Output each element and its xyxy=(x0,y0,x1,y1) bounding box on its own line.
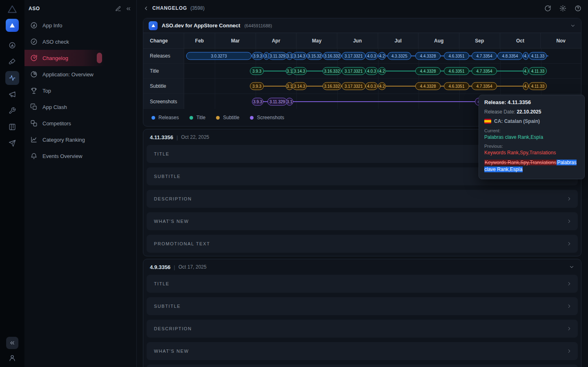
sidebar-item-changelog[interactable]: Changelog xyxy=(24,50,136,66)
version-pill[interactable]: 4. xyxy=(523,82,528,90)
sidebar-item-label: Changelog xyxy=(42,55,68,61)
version-pill[interactable]: 4. xyxy=(523,52,528,60)
help-icon[interactable] xyxy=(575,5,581,12)
version-pill[interactable]: 4.3.3325 xyxy=(388,52,411,60)
version-pill[interactable]: 4.7.3354 xyxy=(472,82,497,90)
version-pill[interactable]: 4.11.33 xyxy=(529,52,547,60)
version-pill[interactable]: 3.16.332 xyxy=(323,67,341,75)
chevron-right-icon[interactable] xyxy=(566,303,572,309)
brush-icon[interactable] xyxy=(5,55,19,69)
legend-label: Title xyxy=(196,115,205,120)
version-pill[interactable]: 4.4.3328 xyxy=(415,52,441,60)
version-pill[interactable]: 3.16.332 xyxy=(323,82,341,90)
version-pill[interactable]: 4.6.3351 xyxy=(444,82,469,90)
diff-removed-text: Keywords Rank,Spy,Translations xyxy=(484,160,557,165)
sidebar-item-app-info[interactable]: App Info xyxy=(24,17,136,33)
back-chevron-icon[interactable] xyxy=(143,5,149,11)
sidebar-collapse-button[interactable] xyxy=(6,337,18,349)
field-row-promotional-text[interactable]: PROMOTIONAL TEXT xyxy=(147,365,578,367)
field-row-title[interactable]: TITLE xyxy=(147,275,578,293)
kanban-icon[interactable] xyxy=(5,120,19,134)
chevron-down-icon[interactable] xyxy=(570,23,576,29)
legend-item-releases: Releases xyxy=(151,115,179,120)
app-id: (6445911688) xyxy=(244,23,272,28)
version-pill[interactable]: 3.9.3 xyxy=(250,67,264,75)
version-pill[interactable]: 3.9.3 xyxy=(250,82,264,90)
timeline-row-label: Title xyxy=(143,64,184,78)
version-pill[interactable]: 3.9.3 xyxy=(252,98,263,105)
collapse-panel-icon[interactable] xyxy=(125,6,131,12)
version-pill[interactable]: 3.17.3321 xyxy=(342,67,365,75)
section-version: 4.9.3356 xyxy=(150,264,171,270)
version-pill[interactable]: 4.0.3 xyxy=(365,82,378,90)
version-pill[interactable]: 3.14.3 xyxy=(292,67,307,75)
sidebar-item-label: App Info xyxy=(42,22,62,29)
wrench-icon[interactable] xyxy=(5,104,19,118)
app-selector[interactable]: ASO.dev for AppStore Connect (6445911688… xyxy=(143,18,581,33)
field-row-promotional-text[interactable]: PROMOTIONAL TEXT xyxy=(147,235,578,253)
field-row-description[interactable]: DESCRIPTION xyxy=(147,190,578,208)
sidebar-item-top[interactable]: Top xyxy=(24,82,136,99)
version-pill[interactable]: 4.11.33 xyxy=(529,67,547,75)
version-pill[interactable]: 3.11.329 xyxy=(267,98,287,105)
chevron-right-icon[interactable] xyxy=(566,196,572,202)
chevron-right-icon[interactable] xyxy=(566,348,572,354)
version-pill[interactable]: 4.6.3351 xyxy=(444,67,469,75)
chevron-right-icon[interactable] xyxy=(566,326,572,331)
field-row-what-s-new[interactable]: WHAT'S NEW xyxy=(147,212,578,230)
app-store-icon[interactable] xyxy=(5,38,19,52)
section-chevron-down-icon[interactable] xyxy=(569,264,575,270)
paper-plane-icon[interactable] xyxy=(5,136,19,150)
version-pill[interactable]: 3.17.3321 xyxy=(342,82,365,90)
version-pill[interactable]: 3.17.3321 xyxy=(342,52,365,60)
field-row-what-s-new[interactable]: WHAT'S NEW xyxy=(147,342,578,360)
sidebar-item-application-overview[interactable]: Application: Overview xyxy=(24,66,136,82)
version-pill[interactable]: 4.2 xyxy=(378,82,386,90)
version-pill[interactable]: 3.16.332 xyxy=(323,52,341,60)
version-pill[interactable]: 4.11.33 xyxy=(529,82,547,90)
activity-icon[interactable] xyxy=(5,71,19,85)
user-icon[interactable] xyxy=(8,354,16,362)
sidebar-item-category-ranking[interactable]: Category Ranking xyxy=(24,131,136,148)
version-pill[interactable]: 3.14.3 xyxy=(292,82,307,90)
tooltip-release-date: Release Date: 22.10.2025 xyxy=(484,109,579,115)
field-row-description[interactable]: DESCRIPTION xyxy=(147,320,578,338)
sidebar-item-aso-check[interactable]: ASO check xyxy=(24,33,136,50)
version-pill[interactable]: 4.8.3354 xyxy=(497,52,523,60)
tooltip-release-title: Release: 4.11.3356 xyxy=(484,99,579,105)
field-row-label: PROMOTIONAL TEXT xyxy=(154,241,210,246)
version-pill[interactable]: 3.11.329 xyxy=(268,52,287,60)
legend-dot xyxy=(151,116,155,120)
version-pill[interactable]: 3.9.3 xyxy=(252,52,263,60)
current-app-avatar[interactable] xyxy=(6,19,19,32)
chevron-right-icon[interactable] xyxy=(566,218,572,224)
sidebar-item-app-clash[interactable]: App Clash xyxy=(24,99,136,115)
field-row-subtitle[interactable]: SUBTITLE xyxy=(147,297,578,315)
version-pill[interactable]: 4.0.3 xyxy=(365,67,378,75)
sidebar-item-competitors[interactable]: Competitors xyxy=(24,115,136,131)
refresh-icon[interactable] xyxy=(544,5,551,12)
version-pill[interactable]: 4.0.3 xyxy=(365,52,378,60)
version-pill[interactable]: 4. xyxy=(523,67,528,75)
version-pill[interactable]: 4.7.3354 xyxy=(472,52,497,60)
section-date: Oct 22, 2025 xyxy=(181,134,209,140)
settings-gear-icon[interactable] xyxy=(559,5,566,12)
version-pill[interactable]: 4.4.3328 xyxy=(415,67,441,75)
version-pill[interactable]: 4.2 xyxy=(378,52,386,60)
rail-icon-list xyxy=(5,38,19,153)
version-pill[interactable]: 3.15.32 xyxy=(307,52,323,60)
version-pill[interactable]: 3.1 xyxy=(286,98,293,105)
month-header-mar: Mar xyxy=(215,33,256,48)
megaphone-icon[interactable] xyxy=(5,87,19,101)
version-pill[interactable]: 4.4.3328 xyxy=(415,82,441,90)
version-pill[interactable]: 3.0.3273 xyxy=(186,52,252,60)
version-pill[interactable]: 3.14.3 xyxy=(292,52,307,60)
chevron-right-icon[interactable] xyxy=(566,241,572,247)
sidebar-item-label: Application: Overview xyxy=(42,71,94,78)
version-pill[interactable]: 4.7.3354 xyxy=(472,67,497,75)
chevron-right-icon[interactable] xyxy=(566,281,572,287)
sidebar-item-events-overview[interactable]: Events Overview xyxy=(24,148,136,164)
version-pill[interactable]: 4.2 xyxy=(378,67,386,75)
version-pill[interactable]: 4.6.3351 xyxy=(444,52,469,60)
edit-pencil-icon[interactable] xyxy=(115,6,121,12)
